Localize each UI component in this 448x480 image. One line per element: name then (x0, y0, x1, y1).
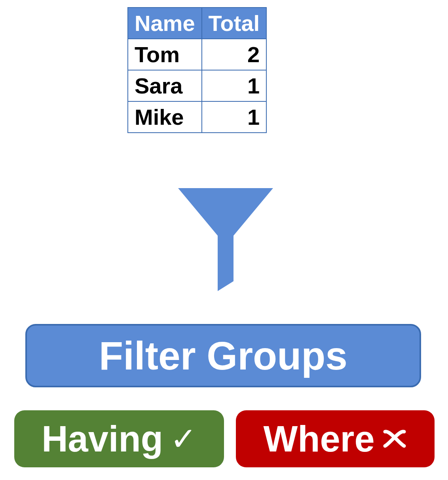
cell-total: 1 (202, 70, 267, 101)
cell-name: Sara (128, 70, 202, 101)
cell-total: 1 (202, 101, 267, 133)
funnel-icon (178, 188, 273, 291)
cross-icon (382, 426, 407, 451)
table-row: Sara 1 (128, 70, 266, 101)
result-table: Name Total Tom 2 Sara 1 Mike 1 (127, 7, 267, 133)
table-row: Mike 1 (128, 101, 266, 133)
check-icon: ✓ (170, 421, 197, 457)
cell-name: Tom (128, 39, 202, 70)
having-box: Having ✓ (14, 410, 224, 467)
data-table: Name Total Tom 2 Sara 1 Mike 1 (127, 7, 267, 133)
header-total: Total (202, 8, 267, 39)
table-header-row: Name Total (128, 8, 266, 39)
where-box: Where (236, 410, 435, 467)
header-name: Name (128, 8, 202, 39)
svg-marker-0 (178, 188, 273, 291)
filter-groups-box: Filter Groups (25, 324, 421, 387)
cell-total: 2 (202, 39, 267, 70)
having-label: Having (42, 418, 163, 460)
filter-groups-label: Filter Groups (99, 333, 347, 379)
cell-name: Mike (128, 101, 202, 133)
where-label: Where (263, 418, 374, 460)
table-row: Tom 2 (128, 39, 266, 70)
